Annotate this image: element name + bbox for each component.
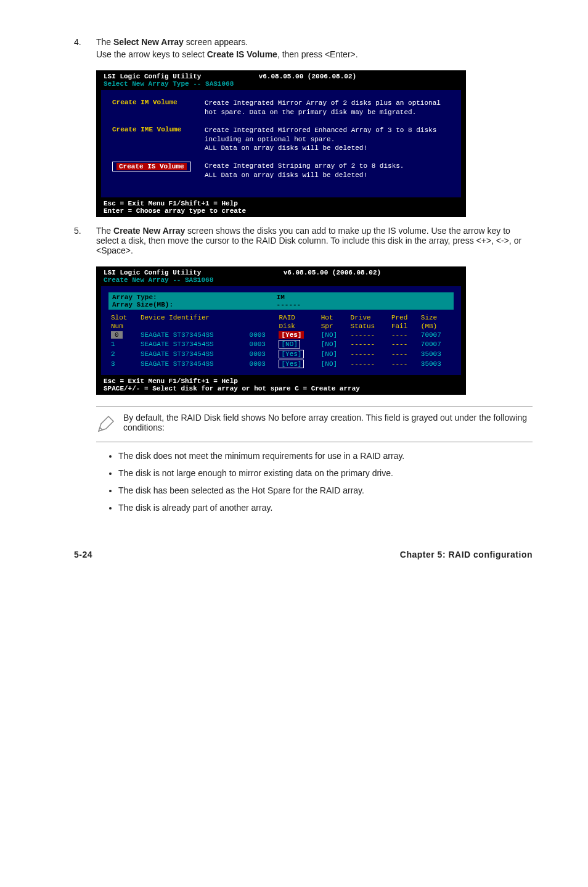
step4-line1: The Select New Array screen appears.	[96, 37, 533, 47]
column-header: Hot	[319, 313, 348, 322]
note-text: By default, the RAID Disk field shows No…	[123, 413, 533, 432]
step5-number: 5.	[74, 226, 96, 255]
terminal-select-new-array: LSI Logic Config Utility v6.08.05.00 (20…	[96, 70, 466, 217]
note-block: By default, the RAID Disk field shows No…	[96, 406, 533, 442]
column-header: Drive	[348, 313, 389, 322]
term2-im-dash: ------	[277, 301, 301, 308]
menu-option[interactable]: Create IME Volume	[112, 126, 205, 154]
column-header: Spr	[319, 322, 348, 331]
menu-option[interactable]: Create IS Volume	[112, 162, 205, 180]
column-header: Disk	[276, 322, 318, 331]
column-header: Pred	[389, 313, 419, 322]
column-header: Fail	[389, 322, 419, 331]
term2-version: v6.08.05.00 (2006.08.02)	[284, 269, 381, 276]
table-row[interactable]: 0SEAGATE ST373454SS0003[Yes][NO]--------…	[108, 331, 454, 339]
pencil-icon	[96, 413, 123, 435]
menu-option-desc: Create Integrated Mirror Array of 2 disk…	[205, 99, 450, 117]
menu-option-desc: Create Integrated Mirrored Enhanced Arra…	[205, 126, 450, 154]
column-header	[138, 322, 247, 331]
terminal-create-new-array: LSI Logic Config Utility v6.08.05.00 (20…	[96, 266, 466, 395]
term2-arrsize: Array Size(MB):	[112, 301, 173, 308]
term2-im: IM	[277, 294, 285, 301]
column-header	[247, 322, 277, 331]
term2-arrtype: Array Type:	[112, 294, 157, 301]
step4-l1b: Select New Array	[113, 37, 184, 47]
list-item: The disk is not large enough to mirror e…	[118, 468, 533, 478]
table-row[interactable]: 3SEAGATE ST373454SS0003[Yes][NO]--------…	[108, 359, 454, 369]
column-header: (MB)	[419, 322, 454, 331]
step5-a: The	[96, 226, 113, 236]
term2-stripe: Array Type: Array Size(MB): IM ------	[108, 292, 454, 310]
term1-footer2: Enter = Choose array type to create	[104, 207, 459, 215]
list-item: The disk has been selected as the Hot Sp…	[118, 485, 533, 495]
page-number: 5-24	[74, 550, 92, 559]
term2-footer2: SPACE/+/- = Select disk for array or hot…	[104, 385, 459, 392]
term1-footer1: Esc = Exit Menu F1/Shift+1 = Help	[104, 200, 459, 207]
column-header: Device Identifier	[138, 313, 247, 322]
step5-text: The Create New Array screen shows the di…	[96, 226, 533, 255]
list-item: The disk does not meet the minimum requi…	[118, 451, 533, 461]
step4-line2: Use the arrow keys to select Create IS V…	[96, 49, 533, 59]
table-row[interactable]: 2SEAGATE ST373454SS0003[Yes][NO]--------…	[108, 349, 454, 359]
term1-title: LSI Logic Config Utility	[104, 73, 201, 80]
column-header	[247, 313, 277, 322]
column-header: Num	[108, 322, 138, 331]
step4-l1c: screen appears.	[184, 37, 248, 47]
term2-title: LSI Logic Config Utility	[104, 269, 201, 276]
chapter-title: Chapter 5: RAID configuration	[400, 550, 533, 559]
step5-b: Create New Array	[113, 226, 185, 236]
table-row[interactable]: 1SEAGATE ST373454SS0003[NO][NO]---------…	[108, 339, 454, 349]
term2-subtitle: Create New Array -- SAS1068	[104, 276, 213, 284]
menu-option[interactable]: Create IM Volume	[112, 99, 205, 117]
column-header: Size	[419, 313, 454, 322]
step4-l1a: The	[96, 37, 113, 47]
column-header: Slot	[108, 313, 138, 322]
term1-version: v6.08.05.00 (2006.08.02)	[259, 73, 356, 80]
step4-l2a: Use the arrow keys to select	[96, 49, 207, 59]
column-header: RAID	[276, 313, 318, 322]
menu-option-desc: Create Integrated Striping array of 2 to…	[205, 162, 450, 180]
step4-l2c: , then press <Enter>.	[277, 49, 358, 59]
step4-l2b: Create IS Volume	[207, 49, 277, 59]
term1-subtitle: Select New Array Type -- SAS1068	[104, 80, 234, 88]
step4-number: 4.	[74, 37, 96, 59]
term2-footer1: Esc = Exit Menu F1/Shift+1 = Help	[104, 377, 459, 385]
list-item: The disk is already part of another arra…	[118, 503, 533, 513]
column-header: Status	[348, 322, 389, 331]
